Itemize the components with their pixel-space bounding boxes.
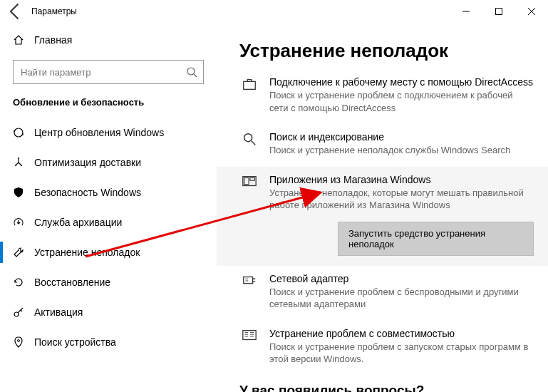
key-icon xyxy=(13,306,24,318)
home-label: Главная xyxy=(34,34,72,46)
sidebar-item-label: Центр обновления Windows xyxy=(34,127,164,138)
location-icon xyxy=(13,336,24,348)
search-icon xyxy=(186,66,197,78)
shield-icon xyxy=(13,187,24,198)
sidebar-item-label: Устранение неполадок xyxy=(34,247,140,258)
item-desc: Поиск и устранение неполадок службы Wind… xyxy=(269,144,510,157)
item-title: Устранение проблем с совместимостью xyxy=(269,328,534,339)
sidebar-item-windows-update[interactable]: Центр обновления Windows xyxy=(0,118,217,148)
troubleshoot-item-directaccess[interactable]: Подключение к рабочему месту с помощью D… xyxy=(239,69,534,124)
sidebar-item-windows-security[interactable]: Безопасность Windows xyxy=(0,177,217,207)
sidebar-item-find-device[interactable]: Поиск устройства xyxy=(0,327,217,357)
sidebar-item-label: Восстановление xyxy=(34,277,110,288)
search-icon xyxy=(239,131,259,151)
item-title: Приложения из Магазина Windows xyxy=(269,174,534,185)
item-desc: Поиск и устранение проблем с подключение… xyxy=(269,89,534,114)
close-button[interactable] xyxy=(515,0,548,23)
svg-point-2 xyxy=(18,158,19,159)
sidebar-item-troubleshoot[interactable]: Устранение неполадок xyxy=(0,237,217,267)
troubleshoot-item-store-apps[interactable]: Приложения из Магазина Windows Устранени… xyxy=(217,167,548,266)
sidebar-item-label: Служба архивации xyxy=(34,217,122,228)
sidebar-item-label: Безопасность Windows xyxy=(34,187,141,198)
delivery-icon xyxy=(13,157,24,168)
svg-rect-11 xyxy=(250,177,254,180)
troubleshoot-item-compatibility[interactable]: Устранение проблем с совместимостью Поис… xyxy=(239,321,534,376)
item-title: Поиск и индексирование xyxy=(269,131,510,143)
svg-point-4 xyxy=(15,165,16,166)
sync-icon xyxy=(13,127,24,138)
search-input[interactable] xyxy=(21,67,186,78)
svg-rect-12 xyxy=(244,277,253,283)
back-button[interactable] xyxy=(6,1,26,21)
item-title: Подключение к рабочему месту с помощью D… xyxy=(269,76,534,88)
svg-point-8 xyxy=(244,134,252,142)
sidebar-item-recovery[interactable]: Восстановление xyxy=(0,267,217,297)
sidebar-item-backup[interactable]: Служба архивации xyxy=(0,207,217,237)
item-desc: Поиск и устранение проблем с беспроводны… xyxy=(269,286,534,311)
questions-heading: У вас появились вопросы? xyxy=(239,383,534,392)
sidebar-item-activation[interactable]: Активация xyxy=(0,297,217,327)
home-icon xyxy=(13,34,24,46)
wrench-icon xyxy=(13,247,24,258)
troubleshoot-item-network-adapter[interactable]: Сетевой адаптер Поиск и устранение пробл… xyxy=(239,266,534,321)
sidebar-item-label: Активация xyxy=(34,306,83,318)
window-title: Параметры xyxy=(31,6,77,16)
apps-icon xyxy=(239,174,259,194)
svg-rect-0 xyxy=(496,9,502,15)
content-area: Устранение неполадок Подключение к рабоч… xyxy=(217,23,548,392)
svg-point-3 xyxy=(21,165,22,166)
compatibility-icon xyxy=(239,328,259,348)
svg-point-6 xyxy=(18,340,20,342)
home-link[interactable]: Главная xyxy=(0,26,217,54)
sidebar-item-label: Оптимизация доставки xyxy=(34,157,141,168)
search-input-wrapper[interactable] xyxy=(13,60,204,84)
network-adapter-icon xyxy=(239,273,259,293)
page-title: Устранение неполадок xyxy=(239,40,534,62)
minimize-button[interactable] xyxy=(450,0,482,23)
titlebar: Параметры xyxy=(0,0,548,23)
svg-rect-10 xyxy=(244,177,249,184)
troubleshoot-item-search-indexing[interactable]: Поиск и индексирование Поиск и устранени… xyxy=(239,124,534,167)
item-desc: Устранение неполадок, которые могут меша… xyxy=(269,187,534,212)
run-troubleshooter-button[interactable]: Запустить средство устранения неполадок xyxy=(338,222,534,256)
item-title: Сетевой адаптер xyxy=(269,273,534,284)
item-desc: Поиск и устранение проблем с запуском ст… xyxy=(269,341,534,366)
svg-point-1 xyxy=(187,68,195,75)
sidebar-item-label: Поиск устройства xyxy=(34,336,116,348)
recovery-icon xyxy=(13,277,24,288)
sidebar: Главная Обновление и безопасность Центр … xyxy=(0,23,217,392)
sidebar-item-delivery-optimization[interactable]: Оптимизация доставки xyxy=(0,148,217,177)
backup-icon xyxy=(13,217,24,228)
briefcase-icon xyxy=(239,76,259,96)
svg-rect-7 xyxy=(244,81,256,89)
section-title: Обновление и безопасность xyxy=(0,94,217,118)
maximize-button[interactable] xyxy=(482,0,515,23)
svg-rect-13 xyxy=(243,330,256,339)
